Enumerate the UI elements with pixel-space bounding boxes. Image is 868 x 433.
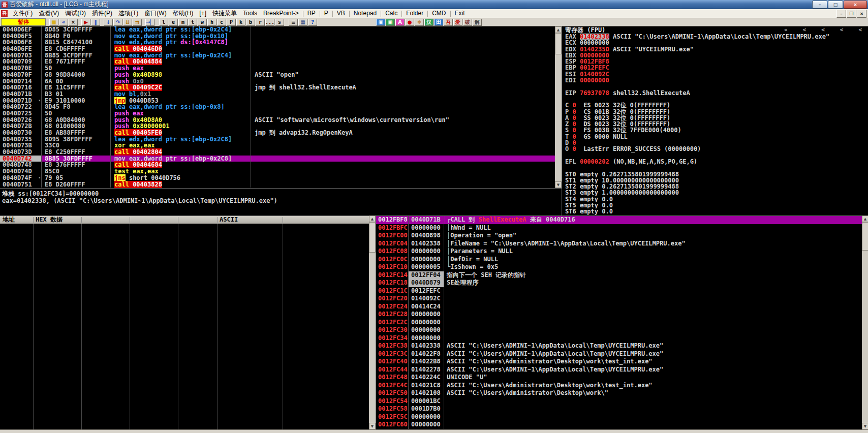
record-plugin-icon[interactable]: ● (405, 19, 414, 26)
stack-row[interactable]: 0012FC2C00000000 (376, 319, 862, 327)
menu-item[interactable]: BP (304, 9, 319, 18)
po-plugin-icon[interactable]: 破 (463, 19, 472, 26)
stack-row[interactable]: 0012FC140012FF04指向下一个 SEH 记录的指针 (376, 271, 862, 280)
register-row[interactable]: EDI 00000000 (562, 77, 868, 83)
menu-item[interactable]: CMD (429, 9, 449, 18)
menu-item[interactable]: VB (334, 9, 348, 18)
close-program-button[interactable]: × (69, 19, 78, 26)
mdi-restore-button[interactable]: ❐ (847, 10, 856, 18)
stack-row[interactable]: 0012FC3400000000 (376, 334, 862, 343)
stack-row[interactable]: 0012FC4401402278ASCII "C:\Users\ADMINI~1… (376, 366, 862, 374)
disassembly-scrollbar[interactable]: ▲▼ (555, 26, 562, 188)
disasm-row[interactable]: 0040D74F▾79 05jns short 0040D756 (0, 175, 555, 181)
menu-item[interactable]: Tools (240, 9, 260, 18)
register-row[interactable]: ST2 empty 0.2627135801999999488 (562, 183, 868, 190)
dump-body[interactable] (0, 224, 369, 429)
mdi-minimize-button[interactable]: – (836, 10, 846, 18)
stack-scrollbar[interactable]: ▲▼ (862, 215, 868, 429)
disasm-row[interactable]: 0040D7228D45 F8lea eax,dword ptr ss:[ebp… (0, 104, 555, 110)
scroll-thumb[interactable] (555, 33, 562, 54)
minimize-button[interactable]: – (812, 1, 827, 9)
pause-button[interactable]: ‖ (91, 19, 100, 26)
stack-row[interactable]: 0012FC1C0012FEFC (376, 287, 862, 295)
wu-plugin-icon[interactable]: 吾 (444, 19, 453, 26)
disasm-row[interactable]: 0040D71BB3 01mov bl,0x1 (0, 91, 555, 98)
scroll-up-icon[interactable]: ▲ (862, 215, 868, 222)
register-row[interactable] (562, 83, 868, 89)
mdi-child-icon[interactable]: 吾 (1, 10, 8, 17)
scroll-down-icon[interactable]: ▼ (369, 423, 376, 429)
stack-row[interactable]: 0012FC580001D7B0 (376, 405, 862, 413)
animate-into-button[interactable]: ⇊ (123, 19, 132, 26)
register-row[interactable]: ST3 empty 1.0000000000000000000 (562, 190, 868, 196)
register-row[interactable]: ESI 0140092C (562, 71, 868, 77)
menu-item[interactable]: Notepad (351, 9, 380, 18)
stack-row[interactable]: 0012FC54000001BC (376, 397, 862, 406)
panel-button-m[interactable]: m (178, 19, 188, 26)
disassembly-pane[interactable]: 0040D6EF8D85 3CFDFFFFlea eax,dword ptr s… (0, 26, 555, 188)
registers-nav-button[interactable]: < (858, 26, 862, 34)
registers-nav-button[interactable]: < (840, 26, 844, 34)
disasm-row[interactable]: 0040D709E8 7671FFFFcall 00404884 (0, 58, 555, 65)
disasm-row[interactable]: 0040D730E8 AB88FFFFcall 00405FE0jmp 到 ad… (0, 130, 555, 136)
menu-item[interactable]: Folder (403, 9, 426, 18)
stack-row[interactable]: 0012FC0401402338│FileName = "C:\Users\AD… (376, 240, 862, 248)
disasm-row[interactable]: 0040D751E8 D260FFFFcall 00403828 (0, 181, 555, 188)
register-row[interactable] (562, 165, 868, 171)
patch-window-button[interactable]: ▦ (298, 19, 307, 26)
menu-item[interactable]: 窗口(W) (141, 9, 169, 18)
panel-button-w[interactable]: w (198, 19, 207, 26)
disasm-row[interactable]: 0040D716E8 11C5FFFFcall 00409C2Cjmp 到 sh… (0, 84, 555, 91)
registers-nav-button[interactable]: < (803, 26, 807, 34)
stack-row[interactable]: 0012FC0C00000000│DefDir = NULL (376, 256, 862, 264)
grid-plugin-icon[interactable]: 田 (434, 19, 443, 26)
run-button[interactable]: ▶ (81, 19, 90, 26)
stack-row[interactable]: 0012FC4C014021C8ASCII "C:\Users\Administ… (376, 382, 862, 390)
stack-row[interactable]: 0012FBF80040D71B┌CALL 到 ShellExecuteA 来自… (376, 216, 862, 224)
stack-row[interactable]: 0012FC000040D898│Operation = "open" (376, 232, 862, 240)
menu-item[interactable]: [+] (196, 9, 209, 18)
register-row[interactable]: Z 0 DS 0023 32位 0(FFFFFFFF) (562, 121, 868, 127)
stack-row[interactable]: 0012FC5C00000000 (376, 413, 862, 421)
panel-button-t[interactable]: t (188, 19, 197, 26)
panel-button-l[interactable]: l (159, 19, 168, 26)
menu-item[interactable]: Exit (452, 9, 468, 18)
stack-pane[interactable]: 0012FBF80040D71B┌CALL 到 ShellExecuteA 来自… (376, 215, 862, 429)
terminal-plugin-icon[interactable]: ▣ (376, 19, 385, 26)
register-row[interactable]: EBX 00000000 (562, 52, 868, 58)
step-into-button[interactable]: ↓ (104, 19, 113, 26)
stack-row[interactable]: 0012FC180040D879SE处理程序 (376, 279, 862, 287)
scroll-thumb[interactable] (862, 222, 868, 251)
scroll-up-icon[interactable]: ▲ (555, 26, 562, 33)
panel-button-b[interactable]: b (246, 19, 255, 26)
step-over-button[interactable]: ↷ (113, 19, 122, 26)
jie-plugin-icon[interactable]: 解 (473, 19, 482, 26)
registers-pane[interactable]: 寄存器 (FPU) «<<<< EAX 01402338 ASCII "C:\U… (562, 26, 868, 215)
scroll-up-icon[interactable]: ▲ (369, 215, 376, 222)
spider-plugin-icon[interactable]: ❖ (415, 19, 424, 26)
stack-row[interactable]: 0012FC480140224CUNICODE "U" (376, 374, 862, 382)
disasm-row[interactable]: 0040D70F68 98D84000push 0x40D898ASCII "o… (0, 72, 555, 78)
stack-row[interactable]: 0012FC200140092C (376, 295, 862, 303)
register-row[interactable]: EFL 00000202 (NO,NB,NE,A,NS,PO,GE,G) (562, 159, 868, 165)
stack-row[interactable]: 0012FC3C014022F8ASCII "C:\Users\ADMINI~1… (376, 350, 862, 358)
register-row[interactable]: ST1 empty 10.000000000000000000 (562, 177, 868, 183)
disasm-row[interactable]: 0040D72550push eax (0, 110, 555, 117)
disasm-row[interactable]: 0040D6EF8D85 3CFDFFFFlea eax,dword ptr s… (0, 26, 555, 33)
register-row[interactable] (562, 96, 868, 102)
registers-nav-button[interactable]: « (784, 26, 788, 34)
menu-item[interactable]: 快捷菜单 (209, 9, 240, 18)
register-row[interactable]: ESP 0012FBF8 (562, 58, 868, 65)
green-tool-plugin-icon[interactable]: ▣ (386, 19, 395, 26)
panel-button-r[interactable]: r (256, 19, 265, 26)
maximize-button[interactable]: □ (828, 1, 843, 9)
panel-button-c[interactable]: c (217, 19, 226, 26)
register-row[interactable]: ST5 empty 0.0 (562, 202, 868, 208)
disasm-row[interactable]: 0040D74D85C0test eax,eax (0, 168, 555, 175)
disasm-row[interactable]: 0040D73DE8 C250FFFFcall 00402804 (0, 149, 555, 156)
register-row[interactable]: EAX 01402338 ASCII "C:\Users\ADMINI~1\Ap… (562, 34, 868, 40)
stack-row[interactable]: 0012FC3801402338ASCII "C:\Users\ADMINI~1… (376, 342, 862, 350)
mdi-close-button[interactable]: × (857, 10, 866, 18)
scroll-down-icon[interactable]: ▼ (862, 423, 868, 429)
menu-item[interactable]: 选项(T) (115, 9, 141, 18)
